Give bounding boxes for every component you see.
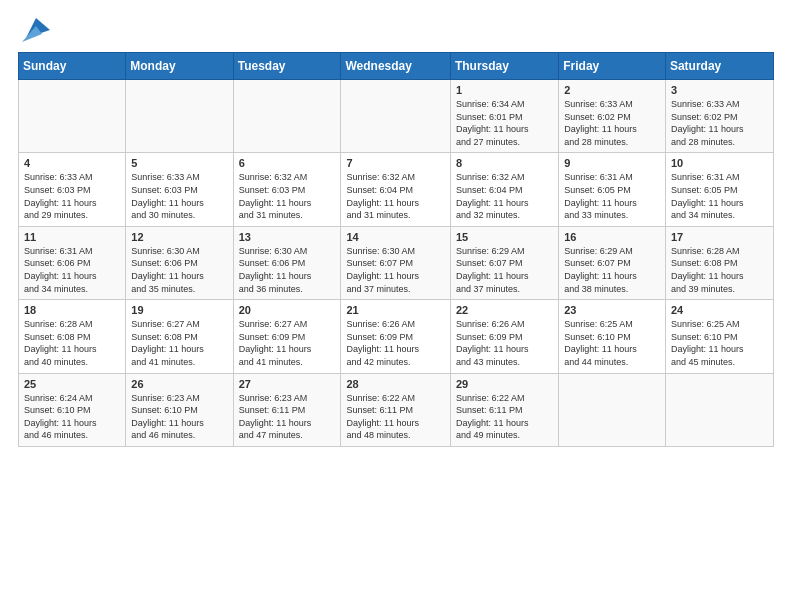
calendar-cell: [233, 80, 341, 153]
day-info: Sunrise: 6:28 AM Sunset: 6:08 PM Dayligh…: [24, 318, 120, 368]
calendar-cell: 3Sunrise: 6:33 AM Sunset: 6:02 PM Daylig…: [665, 80, 773, 153]
weekday-header-tuesday: Tuesday: [233, 53, 341, 80]
day-number: 19: [131, 304, 227, 316]
calendar-cell: 19Sunrise: 6:27 AM Sunset: 6:08 PM Dayli…: [126, 300, 233, 373]
calendar-table: SundayMondayTuesdayWednesdayThursdayFrid…: [18, 52, 774, 447]
calendar-cell: [19, 80, 126, 153]
calendar-cell: 22Sunrise: 6:26 AM Sunset: 6:09 PM Dayli…: [450, 300, 558, 373]
day-info: Sunrise: 6:30 AM Sunset: 6:07 PM Dayligh…: [346, 245, 444, 295]
calendar-cell: 27Sunrise: 6:23 AM Sunset: 6:11 PM Dayli…: [233, 373, 341, 446]
day-number: 28: [346, 378, 444, 390]
calendar-cell: 16Sunrise: 6:29 AM Sunset: 6:07 PM Dayli…: [559, 226, 666, 299]
day-number: 18: [24, 304, 120, 316]
day-number: 26: [131, 378, 227, 390]
calendar-cell: 9Sunrise: 6:31 AM Sunset: 6:05 PM Daylig…: [559, 153, 666, 226]
day-info: Sunrise: 6:23 AM Sunset: 6:10 PM Dayligh…: [131, 392, 227, 442]
weekday-header-saturday: Saturday: [665, 53, 773, 80]
calendar-cell: 8Sunrise: 6:32 AM Sunset: 6:04 PM Daylig…: [450, 153, 558, 226]
day-info: Sunrise: 6:32 AM Sunset: 6:04 PM Dayligh…: [346, 171, 444, 221]
day-number: 27: [239, 378, 336, 390]
day-info: Sunrise: 6:29 AM Sunset: 6:07 PM Dayligh…: [564, 245, 660, 295]
day-number: 12: [131, 231, 227, 243]
header: [18, 18, 774, 42]
page: SundayMondayTuesdayWednesdayThursdayFrid…: [0, 0, 792, 612]
calendar-week-row: 18Sunrise: 6:28 AM Sunset: 6:08 PM Dayli…: [19, 300, 774, 373]
calendar-cell: 13Sunrise: 6:30 AM Sunset: 6:06 PM Dayli…: [233, 226, 341, 299]
calendar-body: 1Sunrise: 6:34 AM Sunset: 6:01 PM Daylig…: [19, 80, 774, 447]
day-number: 20: [239, 304, 336, 316]
calendar-cell: 14Sunrise: 6:30 AM Sunset: 6:07 PM Dayli…: [341, 226, 450, 299]
calendar-cell: 7Sunrise: 6:32 AM Sunset: 6:04 PM Daylig…: [341, 153, 450, 226]
calendar-cell: 18Sunrise: 6:28 AM Sunset: 6:08 PM Dayli…: [19, 300, 126, 373]
day-number: 3: [671, 84, 768, 96]
calendar-cell: 6Sunrise: 6:32 AM Sunset: 6:03 PM Daylig…: [233, 153, 341, 226]
calendar-cell: 20Sunrise: 6:27 AM Sunset: 6:09 PM Dayli…: [233, 300, 341, 373]
day-info: Sunrise: 6:30 AM Sunset: 6:06 PM Dayligh…: [239, 245, 336, 295]
weekday-header-friday: Friday: [559, 53, 666, 80]
day-info: Sunrise: 6:27 AM Sunset: 6:08 PM Dayligh…: [131, 318, 227, 368]
day-info: Sunrise: 6:33 AM Sunset: 6:02 PM Dayligh…: [671, 98, 768, 148]
calendar-cell: 25Sunrise: 6:24 AM Sunset: 6:10 PM Dayli…: [19, 373, 126, 446]
day-number: 5: [131, 157, 227, 169]
day-info: Sunrise: 6:29 AM Sunset: 6:07 PM Dayligh…: [456, 245, 553, 295]
day-number: 7: [346, 157, 444, 169]
day-number: 8: [456, 157, 553, 169]
day-number: 16: [564, 231, 660, 243]
day-info: Sunrise: 6:25 AM Sunset: 6:10 PM Dayligh…: [671, 318, 768, 368]
weekday-header-monday: Monday: [126, 53, 233, 80]
calendar-cell: 23Sunrise: 6:25 AM Sunset: 6:10 PM Dayli…: [559, 300, 666, 373]
day-info: Sunrise: 6:33 AM Sunset: 6:03 PM Dayligh…: [131, 171, 227, 221]
day-info: Sunrise: 6:27 AM Sunset: 6:09 PM Dayligh…: [239, 318, 336, 368]
calendar-cell: 15Sunrise: 6:29 AM Sunset: 6:07 PM Dayli…: [450, 226, 558, 299]
calendar-cell: 26Sunrise: 6:23 AM Sunset: 6:10 PM Dayli…: [126, 373, 233, 446]
calendar-cell: 17Sunrise: 6:28 AM Sunset: 6:08 PM Dayli…: [665, 226, 773, 299]
calendar-cell: 21Sunrise: 6:26 AM Sunset: 6:09 PM Dayli…: [341, 300, 450, 373]
day-number: 22: [456, 304, 553, 316]
day-info: Sunrise: 6:32 AM Sunset: 6:03 PM Dayligh…: [239, 171, 336, 221]
weekday-row: SundayMondayTuesdayWednesdayThursdayFrid…: [19, 53, 774, 80]
calendar-week-row: 1Sunrise: 6:34 AM Sunset: 6:01 PM Daylig…: [19, 80, 774, 153]
calendar-cell: 24Sunrise: 6:25 AM Sunset: 6:10 PM Dayli…: [665, 300, 773, 373]
calendar-cell: 29Sunrise: 6:22 AM Sunset: 6:11 PM Dayli…: [450, 373, 558, 446]
day-number: 9: [564, 157, 660, 169]
day-number: 10: [671, 157, 768, 169]
day-number: 29: [456, 378, 553, 390]
calendar-cell: 28Sunrise: 6:22 AM Sunset: 6:11 PM Dayli…: [341, 373, 450, 446]
logo: [18, 18, 50, 42]
day-number: 11: [24, 231, 120, 243]
day-info: Sunrise: 6:26 AM Sunset: 6:09 PM Dayligh…: [456, 318, 553, 368]
day-info: Sunrise: 6:23 AM Sunset: 6:11 PM Dayligh…: [239, 392, 336, 442]
day-number: 15: [456, 231, 553, 243]
calendar-week-row: 4Sunrise: 6:33 AM Sunset: 6:03 PM Daylig…: [19, 153, 774, 226]
day-number: 21: [346, 304, 444, 316]
calendar-week-row: 25Sunrise: 6:24 AM Sunset: 6:10 PM Dayli…: [19, 373, 774, 446]
day-info: Sunrise: 6:31 AM Sunset: 6:05 PM Dayligh…: [671, 171, 768, 221]
day-number: 25: [24, 378, 120, 390]
day-number: 6: [239, 157, 336, 169]
calendar-cell: [665, 373, 773, 446]
day-number: 2: [564, 84, 660, 96]
day-info: Sunrise: 6:31 AM Sunset: 6:06 PM Dayligh…: [24, 245, 120, 295]
calendar-cell: 5Sunrise: 6:33 AM Sunset: 6:03 PM Daylig…: [126, 153, 233, 226]
day-info: Sunrise: 6:24 AM Sunset: 6:10 PM Dayligh…: [24, 392, 120, 442]
day-number: 13: [239, 231, 336, 243]
calendar-week-row: 11Sunrise: 6:31 AM Sunset: 6:06 PM Dayli…: [19, 226, 774, 299]
calendar-cell: [559, 373, 666, 446]
calendar-cell: 11Sunrise: 6:31 AM Sunset: 6:06 PM Dayli…: [19, 226, 126, 299]
day-info: Sunrise: 6:31 AM Sunset: 6:05 PM Dayligh…: [564, 171, 660, 221]
day-info: Sunrise: 6:30 AM Sunset: 6:06 PM Dayligh…: [131, 245, 227, 295]
day-number: 23: [564, 304, 660, 316]
logo-icon: [22, 14, 50, 42]
weekday-header-wednesday: Wednesday: [341, 53, 450, 80]
day-info: Sunrise: 6:28 AM Sunset: 6:08 PM Dayligh…: [671, 245, 768, 295]
day-info: Sunrise: 6:26 AM Sunset: 6:09 PM Dayligh…: [346, 318, 444, 368]
calendar-cell: 12Sunrise: 6:30 AM Sunset: 6:06 PM Dayli…: [126, 226, 233, 299]
calendar-cell: 10Sunrise: 6:31 AM Sunset: 6:05 PM Dayli…: [665, 153, 773, 226]
calendar-cell: 4Sunrise: 6:33 AM Sunset: 6:03 PM Daylig…: [19, 153, 126, 226]
day-info: Sunrise: 6:33 AM Sunset: 6:02 PM Dayligh…: [564, 98, 660, 148]
calendar-header: SundayMondayTuesdayWednesdayThursdayFrid…: [19, 53, 774, 80]
calendar-cell: [341, 80, 450, 153]
calendar-cell: 1Sunrise: 6:34 AM Sunset: 6:01 PM Daylig…: [450, 80, 558, 153]
day-info: Sunrise: 6:22 AM Sunset: 6:11 PM Dayligh…: [456, 392, 553, 442]
day-number: 24: [671, 304, 768, 316]
